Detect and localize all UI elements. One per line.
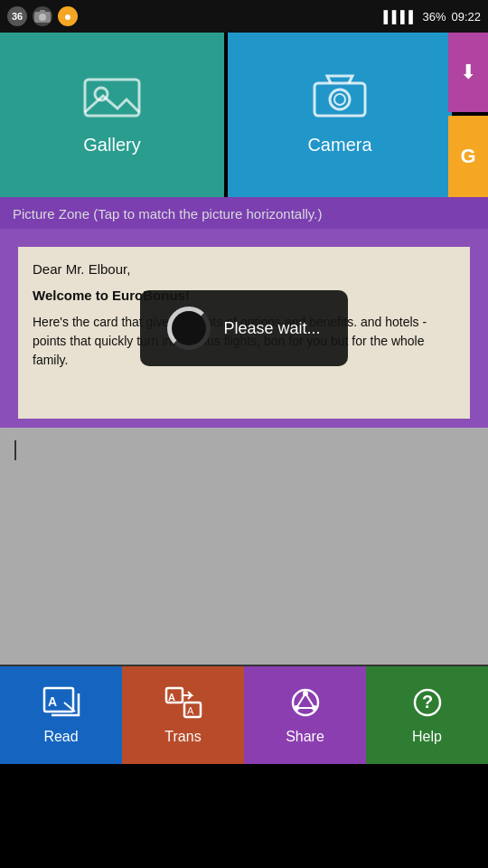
status-icon-circle: ●: [58, 6, 78, 26]
camera-icon: [311, 74, 369, 126]
gallery-tile[interactable]: Gallery: [0, 33, 224, 197]
svg-text:?: ?: [422, 692, 433, 712]
loading-text: Please wait...: [223, 319, 320, 338]
clock: 09:22: [451, 10, 481, 24]
picture-zone-label: Picture Zone (Tap to match the picture h…: [13, 206, 322, 222]
signal-icon: ▌▌▌▌: [384, 10, 418, 24]
svg-text:A: A: [168, 692, 175, 703]
svg-line-19: [305, 693, 314, 708]
download-side-tile[interactable]: ⬇: [448, 33, 488, 112]
nav-share[interactable]: Share: [244, 666, 366, 764]
trans-icon: A A: [164, 686, 202, 723]
text-cursor: [14, 440, 16, 460]
svg-point-6: [330, 90, 350, 109]
g-icon: G: [460, 145, 475, 168]
g-side-tile[interactable]: G: [448, 116, 488, 197]
battery-level: 36%: [422, 10, 446, 24]
gallery-label: Gallery: [83, 135, 140, 156]
loading-overlay: Please wait...: [140, 290, 348, 366]
svg-point-7: [334, 94, 345, 105]
image-preview[interactable]: Dear Mr. Elbour, Welcome to EuroBonus! H…: [0, 229, 488, 428]
letter-greeting: Dear Mr. Elbour,: [33, 259, 455, 280]
side-tiles: ⬇ G: [448, 33, 488, 197]
camera-tile[interactable]: Camera: [228, 33, 452, 197]
status-icon-photo: [33, 6, 52, 26]
svg-text:A: A: [187, 705, 194, 716]
svg-rect-3: [85, 80, 139, 116]
share-icon: [286, 686, 324, 723]
bottom-nav: A Read A A Trans: [0, 665, 488, 764]
nav-read[interactable]: A Read: [0, 666, 122, 764]
help-label: Help: [412, 729, 442, 745]
camera-label: Camera: [307, 135, 371, 156]
svg-point-1: [39, 14, 46, 21]
status-bar: 36 ● ▌▌▌▌ 36% 09:22: [0, 0, 488, 33]
text-output[interactable]: [0, 428, 488, 665]
tile-row: Gallery Camera ⬇ G: [0, 33, 488, 197]
spinner-inner: [178, 317, 200, 339]
help-icon: ?: [408, 686, 446, 723]
svg-rect-2: [40, 10, 45, 13]
trans-label: Trans: [164, 729, 201, 745]
nav-help[interactable]: ? Help: [366, 666, 488, 764]
spinner: [167, 307, 211, 350]
svg-text:A: A: [48, 694, 57, 709]
read-label: Read: [43, 729, 78, 745]
status-right: ▌▌▌▌ 36% 09:22: [384, 10, 481, 24]
nav-trans[interactable]: A A Trans: [122, 666, 244, 764]
gallery-icon: [83, 74, 141, 126]
share-label: Share: [286, 729, 324, 745]
svg-rect-5: [314, 83, 365, 116]
svg-line-18: [296, 693, 305, 708]
download-icon: ⬇: [460, 61, 476, 84]
read-icon: A: [42, 686, 80, 723]
status-icon-36: 36: [7, 6, 27, 26]
picture-zone[interactable]: Picture Zone (Tap to match the picture h…: [0, 197, 488, 229]
